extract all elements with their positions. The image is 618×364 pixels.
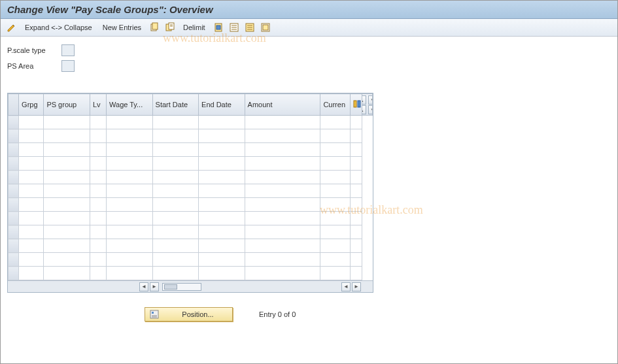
- cell-amount[interactable]: [245, 171, 320, 184]
- scroll-left-icon[interactable]: ◄: [139, 282, 148, 291]
- cell-amount[interactable]: [245, 225, 320, 239]
- row-selector[interactable]: [9, 116, 19, 129]
- cell-psgroup[interactable]: [44, 198, 90, 212]
- cell-amount[interactable]: [245, 253, 320, 267]
- cell-amount[interactable]: [245, 157, 320, 171]
- position-button[interactable]: Position...: [145, 307, 233, 322]
- scroll-up-icon[interactable]: ▲: [362, 95, 366, 105]
- cell-psgroup[interactable]: [44, 239, 90, 253]
- scroll-up-step-icon[interactable]: ▲: [362, 105, 366, 114]
- cell-startdate[interactable]: [152, 157, 199, 171]
- row-selector[interactable]: [9, 198, 19, 212]
- cell-amount[interactable]: [245, 116, 320, 129]
- cell-lv[interactable]: [90, 157, 106, 171]
- cell-lv[interactable]: [90, 116, 106, 129]
- cell-amount[interactable]: [245, 239, 320, 253]
- cell-psgroup[interactable]: [44, 267, 90, 280]
- cell-curren[interactable]: [320, 143, 350, 157]
- cell-grpg[interactable]: [19, 253, 44, 267]
- cell-psgroup[interactable]: [44, 157, 90, 171]
- deselect-all-icon[interactable]: [260, 22, 271, 33]
- table-row[interactable]: [9, 198, 373, 212]
- cell-startdate[interactable]: [152, 171, 199, 184]
- cell-lv[interactable]: [90, 184, 106, 198]
- cell-enddate[interactable]: [199, 239, 245, 253]
- table-row[interactable]: [9, 184, 373, 198]
- select-block-icon[interactable]: [244, 22, 256, 33]
- cell-psgroup[interactable]: [44, 116, 90, 129]
- row-selector[interactable]: [9, 143, 19, 157]
- col-grpg[interactable]: Grpg: [19, 94, 44, 116]
- cell-enddate[interactable]: [199, 267, 245, 280]
- row-selector[interactable]: [9, 157, 19, 171]
- delimit-button[interactable]: Delimit: [180, 22, 209, 33]
- cell-psgroup[interactable]: [44, 129, 90, 143]
- cell-grpg[interactable]: [19, 212, 44, 225]
- col-amount[interactable]: Amount: [245, 94, 320, 116]
- cell-enddate[interactable]: [199, 171, 245, 184]
- edit-icon[interactable]: [6, 22, 18, 33]
- ps-area-input[interactable]: [61, 60, 75, 72]
- cell-grpg[interactable]: [19, 171, 44, 184]
- cell-grpg[interactable]: [19, 116, 44, 129]
- cell-grpg[interactable]: [19, 184, 44, 198]
- cell-lv[interactable]: [90, 239, 106, 253]
- cell-wagetype[interactable]: [107, 225, 153, 239]
- table-row[interactable]: [9, 116, 373, 129]
- table-row[interactable]: [9, 143, 373, 157]
- cell-grpg[interactable]: [19, 198, 44, 212]
- row-selector[interactable]: [9, 184, 19, 198]
- scroll-right-icon[interactable]: ►: [352, 282, 361, 291]
- cell-grpg[interactable]: [19, 267, 44, 280]
- cell-amount[interactable]: [245, 143, 320, 157]
- cell-psgroup[interactable]: [44, 143, 90, 157]
- cell-enddate[interactable]: [199, 157, 245, 171]
- cell-startdate[interactable]: [152, 239, 199, 253]
- cell-wagetype[interactable]: [107, 171, 153, 184]
- hscroll-track[interactable]: [162, 283, 201, 291]
- cell-grpg[interactable]: [19, 129, 44, 143]
- cell-psgroup[interactable]: [44, 212, 90, 225]
- cell-amount[interactable]: [245, 184, 320, 198]
- cell-curren[interactable]: [320, 129, 350, 143]
- pscale-type-input[interactable]: [61, 44, 75, 56]
- table-row[interactable]: [9, 157, 373, 171]
- table-row[interactable]: [9, 171, 373, 184]
- col-lv[interactable]: Lv: [90, 94, 106, 116]
- table-row[interactable]: [9, 239, 373, 253]
- cell-psgroup[interactable]: [44, 253, 90, 267]
- cell-wagetype[interactable]: [107, 116, 153, 129]
- cell-startdate[interactable]: [152, 116, 199, 129]
- cell-enddate[interactable]: [199, 225, 245, 239]
- cell-enddate[interactable]: [199, 143, 245, 157]
- cell-enddate[interactable]: [199, 253, 245, 267]
- horizontal-scrollbar[interactable]: ◄ ► ◄ ►: [8, 280, 373, 292]
- scroll-right-step-icon[interactable]: ►: [150, 282, 159, 291]
- cell-startdate[interactable]: [152, 198, 199, 212]
- cell-grpg[interactable]: [19, 239, 44, 253]
- cell-grpg[interactable]: [19, 157, 44, 171]
- cell-lv[interactable]: [90, 171, 106, 184]
- row-selector[interactable]: [9, 239, 19, 253]
- row-selector[interactable]: [9, 253, 19, 267]
- cell-lv[interactable]: [90, 212, 106, 225]
- cell-amount[interactable]: [245, 198, 320, 212]
- cell-curren[interactable]: [320, 239, 350, 253]
- cell-curren[interactable]: [320, 225, 350, 239]
- cell-enddate[interactable]: [199, 198, 245, 212]
- cell-psgroup[interactable]: [44, 184, 90, 198]
- cell-curren[interactable]: [320, 267, 350, 280]
- cell-wagetype[interactable]: [107, 157, 153, 171]
- cell-enddate[interactable]: [199, 116, 245, 129]
- row-selector[interactable]: [9, 267, 19, 280]
- table-row[interactable]: [9, 267, 373, 280]
- row-selector[interactable]: [9, 225, 19, 239]
- col-startdate[interactable]: Start Date: [152, 94, 199, 116]
- cell-lv[interactable]: [90, 198, 106, 212]
- cell-startdate[interactable]: [152, 143, 199, 157]
- cell-enddate[interactable]: [199, 184, 245, 198]
- scroll-left-step-icon[interactable]: ◄: [341, 282, 351, 291]
- table-row[interactable]: [9, 253, 373, 267]
- expand-collapse-button[interactable]: Expand <-> Collapse: [22, 22, 95, 33]
- cell-lv[interactable]: [90, 143, 106, 157]
